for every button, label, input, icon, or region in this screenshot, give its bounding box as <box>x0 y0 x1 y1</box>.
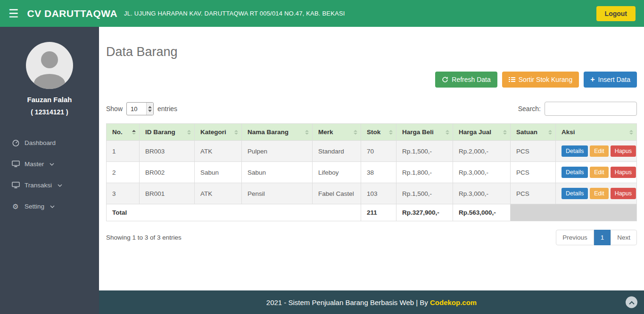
hapus-button[interactable]: Hapus <box>611 145 636 157</box>
scroll-to-top-button[interactable] <box>626 297 637 308</box>
user-name: Fauzan Falah <box>0 96 99 104</box>
refresh-data-button[interactable]: Refresh Data <box>435 72 497 88</box>
sidebar-item-transaksi[interactable]: Transaksi <box>0 175 99 196</box>
cell-harga-beli: Rp.1,500,- <box>396 183 453 204</box>
refresh-data-label: Refresh Data <box>452 76 490 83</box>
entries-label: entries <box>157 105 177 113</box>
sort-icon <box>446 130 449 135</box>
cell-id-barang: BR001 <box>140 183 195 204</box>
cell-nama-barang: Pulpen <box>242 141 313 162</box>
pagination-previous-button[interactable]: Previous <box>556 230 594 245</box>
sidebar-menu: Dashboard Master Transaksi <box>0 132 99 217</box>
sidebar: Fauzan Falah ( 12314121 ) Dashboard Mast… <box>0 27 99 314</box>
hamburger-menu-icon[interactable]: ☰ <box>8 8 19 19</box>
footer-codekop-link[interactable]: Codekop.com <box>430 298 477 306</box>
cell-satuan: PCS <box>511 141 556 162</box>
table-row: 3 BR001 ATK Pensil Fabel Castel 103 Rp.1… <box>107 183 637 204</box>
search-label: Search: <box>518 105 541 113</box>
sort-icon <box>503 130 507 135</box>
chevron-down-icon <box>50 205 55 208</box>
top-navbar: ☰ CV DARUTTAQWA JL. UJUNG HARAPAN KAV. D… <box>0 0 644 27</box>
pagination-page-1-button[interactable]: 1 <box>594 230 611 245</box>
cell-merk: Standard <box>313 141 361 162</box>
table-header-row: No. ID Barang Kategori Nama Barang Merk … <box>107 124 637 141</box>
sort-icon <box>187 130 191 135</box>
brand-title: CV DARUTTAQWA <box>27 8 118 19</box>
cell-kategori: ATK <box>195 183 242 204</box>
total-stok: 211 <box>361 204 396 221</box>
page-length-control: Show 10 entries <box>106 102 177 115</box>
page-length-select[interactable]: 10 <box>126 102 154 115</box>
column-header-id-barang[interactable]: ID Barang <box>140 124 195 141</box>
edit-button[interactable]: Edit <box>590 188 609 199</box>
cell-aksi: DetailsEditHapus <box>556 183 637 204</box>
insert-data-label: Insert Data <box>598 76 630 83</box>
cell-kategori: Sabun <box>195 162 242 183</box>
sidebar-item-dashboard[interactable]: Dashboard <box>0 132 99 153</box>
select-arrows-icon <box>146 103 153 115</box>
dashboard-icon <box>11 139 20 146</box>
column-header-satuan[interactable]: Satuan <box>511 124 556 141</box>
total-empty-cell <box>511 204 637 221</box>
details-button[interactable]: Details <box>561 167 588 178</box>
column-header-stok[interactable]: Stok <box>361 124 396 141</box>
search-input[interactable] <box>545 102 637 116</box>
toolbar: Refresh Data Sortir Stok Kurang + Insert… <box>106 72 637 88</box>
sortir-stok-button[interactable]: Sortir Stok Kurang <box>502 72 579 88</box>
cell-nama-barang: Sabun <box>242 162 313 183</box>
data-barang-table: No. ID Barang Kategori Nama Barang Merk … <box>106 123 637 221</box>
sort-icon <box>389 130 393 135</box>
sidebar-item-master[interactable]: Master <box>0 153 99 175</box>
chevron-down-icon <box>50 163 54 166</box>
hapus-button[interactable]: Hapus <box>611 167 636 178</box>
cell-harga-jual: Rp.3,000,- <box>453 162 511 183</box>
details-button[interactable]: Details <box>561 145 588 157</box>
cell-id-barang: BR003 <box>140 141 195 162</box>
edit-button[interactable]: Edit <box>590 167 609 178</box>
cell-no: 2 <box>107 162 140 183</box>
page-title: Data Barang <box>106 45 637 59</box>
cell-harga-beli: Rp.1,800,- <box>396 162 453 183</box>
cell-kategori: ATK <box>195 141 242 162</box>
sort-icon <box>132 130 136 135</box>
edit-button[interactable]: Edit <box>590 145 609 157</box>
sidebar-item-label: Master <box>25 161 44 168</box>
cell-no: 3 <box>107 183 140 204</box>
cell-merk: Lifeboy <box>313 162 361 183</box>
avatar <box>26 42 73 89</box>
column-header-harga-beli[interactable]: Harga Beli <box>396 124 453 141</box>
cell-satuan: PCS <box>511 162 556 183</box>
sidebar-item-setting[interactable]: ⚙ Setting <box>0 196 99 217</box>
column-header-kategori[interactable]: Kategori <box>195 124 242 141</box>
cell-satuan: PCS <box>511 183 556 204</box>
hapus-button[interactable]: Hapus <box>611 188 636 199</box>
pagination-next-button[interactable]: Next <box>611 230 637 245</box>
insert-data-button[interactable]: + Insert Data <box>584 72 637 88</box>
footer-text: 2021 - Sistem Penjualan Barang Berbasis … <box>266 298 477 306</box>
column-header-harga-jual[interactable]: Harga Jual <box>453 124 511 141</box>
cell-stok: 38 <box>361 162 396 183</box>
sortir-stok-label: Sortir Stok Kurang <box>519 76 572 83</box>
footer-credit-text: 2021 - Sistem Penjualan Barang Berbasis … <box>266 298 428 306</box>
total-harga-jual: Rp.563,000,- <box>453 204 511 221</box>
column-header-aksi[interactable]: Aksi <box>556 124 637 141</box>
brand-subtitle: JL. UJUNG HARAPAN KAV. DARUTTAQWA RT 005… <box>124 10 345 17</box>
sort-icon <box>354 130 357 135</box>
logout-button[interactable]: Logout <box>596 6 636 21</box>
cell-harga-beli: Rp.1,500,- <box>396 141 453 162</box>
table-total-row: Total 211 Rp.327,900,- Rp.563,000,- <box>107 204 637 221</box>
search-control: Search: <box>518 102 637 116</box>
total-label: Total <box>107 204 361 221</box>
column-header-merk[interactable]: Merk <box>313 124 361 141</box>
gear-icon: ⚙ <box>11 203 20 210</box>
monitor-icon <box>11 161 20 168</box>
table-row: 2 BR002 Sabun Sabun Lifeboy 38 Rp.1,800,… <box>107 162 637 183</box>
cell-no: 1 <box>107 141 140 162</box>
sidebar-item-label: Setting <box>25 203 44 210</box>
column-header-nama-barang[interactable]: Nama Barang <box>242 124 313 141</box>
column-header-no[interactable]: No. <box>107 124 140 141</box>
cell-id-barang: BR002 <box>140 162 195 183</box>
user-id: ( 12314121 ) <box>0 108 99 116</box>
details-button[interactable]: Details <box>561 188 588 199</box>
cell-harga-jual: Rp.2,000,- <box>453 141 511 162</box>
